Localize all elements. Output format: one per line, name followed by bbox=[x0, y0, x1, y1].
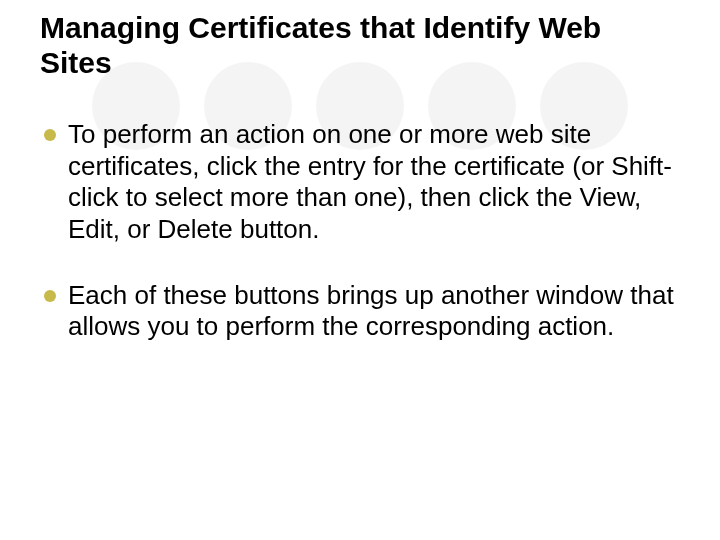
list-item: Each of these buttons brings up another … bbox=[40, 280, 680, 343]
slide-content: Managing Certificates that Identify Web … bbox=[0, 0, 720, 343]
bullet-text: To perform an action on one or more web … bbox=[68, 119, 672, 244]
bullet-icon bbox=[44, 129, 56, 141]
bullet-text: Each of these buttons brings up another … bbox=[68, 280, 674, 342]
bullet-list: To perform an action on one or more web … bbox=[40, 119, 680, 343]
list-item: To perform an action on one or more web … bbox=[40, 119, 680, 246]
slide-title: Managing Certificates that Identify Web … bbox=[40, 10, 680, 81]
bullet-icon bbox=[44, 290, 56, 302]
